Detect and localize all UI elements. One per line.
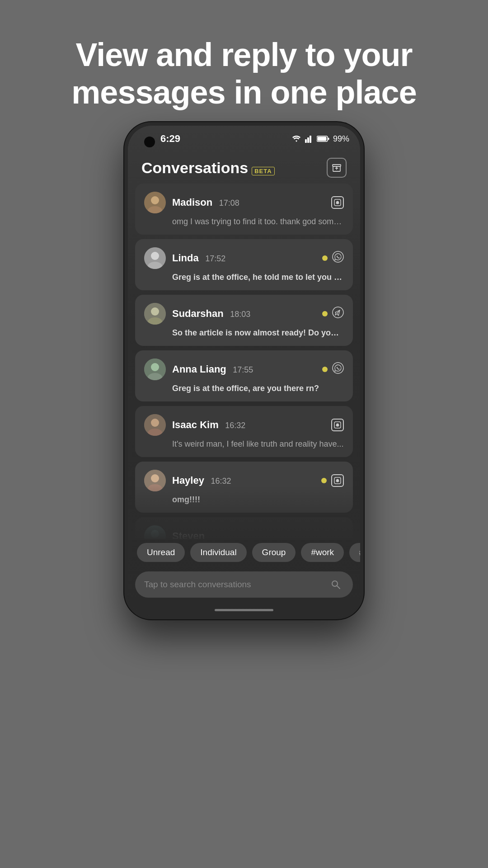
status-bar: 6:29 [128, 126, 360, 152]
conv-name: Isaac Kim [172, 419, 219, 430]
conv-time: 16:32 [225, 421, 245, 430]
app-header: Conversations BETA [128, 152, 360, 184]
conv-icons [331, 196, 344, 209]
svg-point-32 [151, 530, 159, 538]
conversation-item[interactable]: Sudarshan 18:03 [135, 295, 353, 346]
beta-badge: BETA [252, 167, 274, 175]
telegram-icon [332, 307, 344, 321]
conv-icons [331, 419, 344, 431]
volume-button [362, 216, 364, 252]
conv-icons [322, 251, 344, 265]
wifi-icon [291, 135, 301, 142]
filter-tab-unread[interactable]: Unread [137, 543, 185, 562]
archive-button[interactable] [327, 158, 347, 178]
conv-message: Greg is at the office, he told me to let… [144, 273, 344, 282]
conversation-item[interactable]: Isaac Kim 16:32 [135, 406, 353, 457]
conv-name: Anna Liang [172, 363, 226, 375]
avatar [144, 247, 166, 269]
svg-rect-6 [333, 165, 341, 166]
unread-indicator [322, 311, 328, 316]
svg-point-8 [151, 196, 159, 204]
whatsapp-icon [332, 251, 344, 265]
avatar [144, 414, 166, 436]
svg-point-22 [333, 363, 343, 373]
avatar [144, 192, 166, 213]
conv-name: Hayley [172, 475, 204, 486]
app-title-group: Conversations BETA [141, 159, 275, 177]
home-indicator [215, 609, 273, 611]
phone-mockup: 6:29 [124, 122, 364, 619]
filter-tab-fan[interactable]: #fan [349, 543, 360, 562]
conversation-item: Steven No better time than the present! … [135, 517, 353, 539]
avatar [144, 470, 166, 491]
search-icon [328, 576, 344, 593]
snapchat-icon [331, 196, 344, 209]
signal-icon [305, 135, 313, 143]
conv-message: omg I was trying to find it too. thank g… [144, 217, 344, 226]
conv-message: omg!!!! [144, 495, 344, 505]
hero-title: View and reply to your messages in one p… [0, 36, 488, 111]
snapchat-icon [331, 419, 344, 431]
conv-name: Linda [172, 252, 199, 264]
search-bar[interactable]: Tap to search conversations [135, 571, 353, 598]
battery-icon [317, 135, 329, 142]
filter-tab-individual[interactable]: Individual [190, 543, 246, 562]
conversation-item[interactable]: Madison 17:08 [135, 184, 353, 235]
conv-name: Sudarshan [172, 308, 224, 319]
phone-screen: 6:29 [128, 126, 360, 616]
conv-icons [321, 474, 344, 487]
conversation-item[interactable]: Hayley 16:32 [135, 462, 353, 513]
conv-time: 17:55 [233, 365, 253, 374]
camera-hole [144, 137, 155, 147]
conv-time: 16:32 [211, 476, 231, 486]
conv-message: Greg is at the office, are you there rn? [144, 384, 344, 393]
svg-line-35 [337, 586, 340, 589]
conv-name: Steven [172, 530, 205, 539]
unread-indicator [322, 367, 328, 372]
conv-icons [322, 362, 344, 377]
svg-point-34 [332, 581, 338, 586]
svg-rect-1 [307, 137, 309, 143]
filter-tabs: Unread Individual Group #work #fan [128, 539, 360, 566]
conv-time: 17:08 [219, 198, 239, 208]
svg-rect-2 [310, 136, 311, 143]
conv-name: Madison [172, 197, 212, 208]
svg-point-24 [151, 419, 159, 427]
svg-rect-4 [317, 137, 326, 141]
conv-icons [322, 307, 344, 321]
search-placeholder: Tap to search conversations [144, 580, 328, 590]
avatar [144, 303, 166, 325]
svg-point-28 [151, 474, 159, 482]
svg-point-12 [151, 252, 159, 260]
hero-section: View and reply to your messages in one p… [0, 0, 488, 129]
svg-rect-0 [305, 139, 307, 143]
whatsapp-icon [332, 362, 344, 377]
unread-indicator [322, 255, 328, 261]
conv-message: It's weird man, I feel like truth and re… [144, 439, 344, 449]
snapchat-icon [331, 474, 344, 487]
filter-tab-work[interactable]: #work [301, 543, 344, 562]
conv-message: So the article is now almost ready! Do y… [144, 328, 344, 338]
avatar [144, 359, 166, 380]
battery-percent: 99% [333, 134, 349, 144]
conversations-list: Madison 17:08 [128, 184, 360, 539]
conv-time: 17:52 [205, 254, 225, 263]
avatar [144, 525, 166, 539]
status-icons: 99% [291, 134, 349, 144]
conversation-item[interactable]: Linda 17:52 [135, 239, 353, 290]
conversation-item[interactable]: Anna Liang 17:55 [135, 350, 353, 401]
app-title-text: Conversations [141, 159, 248, 177]
svg-point-14 [333, 251, 343, 262]
conv-time: 18:03 [230, 310, 250, 319]
phone-frame: 6:29 [124, 122, 364, 619]
svg-rect-5 [328, 138, 329, 140]
svg-point-16 [151, 307, 159, 316]
status-time: 6:29 [160, 133, 180, 145]
svg-point-20 [151, 363, 159, 371]
filter-tab-group[interactable]: Group [252, 543, 296, 562]
unread-indicator [321, 478, 327, 483]
